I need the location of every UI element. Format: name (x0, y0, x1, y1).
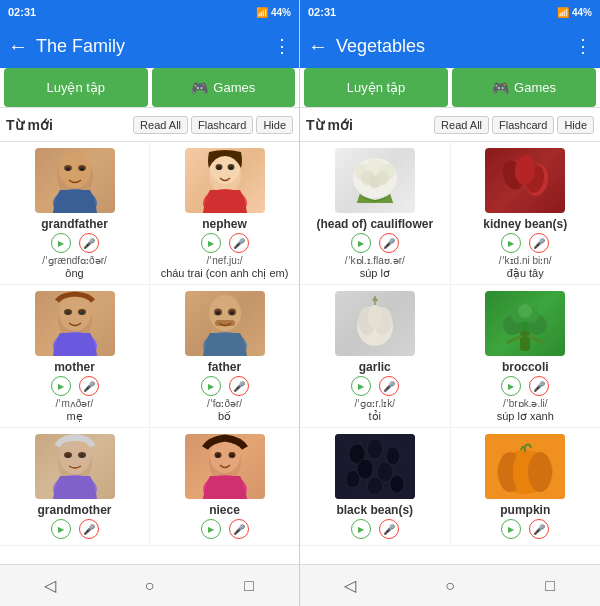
right-page-title: Vegetables (336, 36, 574, 57)
left-mother-mic[interactable]: 🎤 (79, 376, 99, 396)
left-luyen-tap-tab[interactable]: Luyện tập (4, 68, 148, 107)
left-grandmother-controls: ▶ 🎤 (51, 519, 99, 539)
right-hide-button[interactable]: Hide (557, 116, 594, 134)
right-back-nav-button[interactable]: ◁ (332, 573, 368, 599)
right-garlic-play[interactable]: ▶ (351, 376, 371, 396)
right-black-bean-controls: ▶ 🎤 (351, 519, 399, 539)
left-nephew-play[interactable]: ▶ (201, 233, 221, 253)
right-vocab-row-2: garlic ▶ 🎤 /ˈɡɑːr.lɪk/ tỏi (300, 285, 600, 428)
left-niece-play[interactable]: ▶ (201, 519, 221, 539)
left-mother-word: mother (54, 360, 95, 374)
left-tu-moi-bar: Từ mới Read All Flashcard Hide (0, 108, 299, 142)
left-app-bar: ← The Family ⋮ (0, 24, 299, 68)
left-niece-mic[interactable]: 🎤 (229, 519, 249, 539)
left-vocab-nephew: nephew ▶ 🎤 /ˈnef.juː/ cháu trai (con anh… (150, 142, 299, 285)
left-games-tab[interactable]: 🎮 Games (152, 68, 296, 107)
svg-point-33 (66, 454, 70, 458)
svg-rect-27 (215, 320, 235, 326)
right-garlic-img (335, 291, 415, 356)
right-cauliflower-phonetic: /ˈkɒl.ɪ.flaʊ.ər/ (345, 255, 405, 266)
left-father-mic[interactable]: 🎤 (229, 376, 249, 396)
left-mother-phonetic: /ˈmʌðər/ (56, 398, 94, 409)
right-kidney-bean-img (485, 148, 565, 213)
right-back-button[interactable]: ← (308, 35, 328, 58)
left-vocab-row-2: mother ▶ 🎤 /ˈmʌðər/ mẹ (0, 285, 299, 428)
left-hide-button[interactable]: Hide (256, 116, 293, 134)
left-bottom-nav: ◁ ○ □ (0, 564, 299, 606)
right-pumpkin-mic[interactable]: 🎤 (529, 519, 549, 539)
left-grandfather-word: grandfather (41, 217, 108, 231)
svg-point-4 (66, 167, 70, 171)
left-home-nav-button[interactable]: ○ (131, 573, 167, 599)
right-menu-button[interactable]: ⋮ (574, 35, 592, 57)
left-back-button[interactable]: ← (8, 35, 28, 58)
right-broccoli-mic[interactable]: 🎤 (529, 376, 549, 396)
svg-point-19 (80, 311, 84, 315)
left-status-icons: 📶 44% (256, 7, 291, 18)
right-black-bean-word: black bean(s) (336, 503, 413, 517)
svg-point-72 (346, 470, 360, 488)
svg-point-34 (80, 454, 84, 458)
right-bottom-nav: ◁ ○ □ (300, 564, 600, 606)
right-cauliflower-word: (head of) cauliflower (316, 217, 433, 231)
right-black-bean-play[interactable]: ▶ (351, 519, 371, 539)
right-status-time: 02:31 (308, 6, 336, 18)
right-tu-moi-bar: Từ mới Read All Flashcard Hide (300, 108, 600, 142)
right-games-tab[interactable]: 🎮 Games (452, 68, 596, 107)
left-mother-translation: mẹ (66, 410, 82, 423)
left-vocab-grandmother: grandmother ▶ 🎤 (0, 428, 150, 546)
right-tab-bar: Luyện tập 🎮 Games (300, 68, 600, 108)
right-vocab-row-1: (head of) cauliflower ▶ 🎤 /ˈkɒl.ɪ.flaʊ.ə… (300, 142, 600, 285)
right-kidney-bean-mic[interactable]: 🎤 (529, 233, 549, 253)
right-cauliflower-mic[interactable]: 🎤 (379, 233, 399, 253)
svg-point-18 (66, 311, 70, 315)
left-nephew-mic[interactable]: 🎤 (229, 233, 249, 253)
right-black-bean-mic[interactable]: 🎤 (379, 519, 399, 539)
left-battery-text: 44% (271, 7, 291, 18)
left-grandfather-translation: ông (65, 267, 83, 279)
right-app-bar: ← Vegetables ⋮ (300, 24, 600, 68)
left-recents-nav-button[interactable]: □ (231, 573, 267, 599)
left-read-all-button[interactable]: Read All (133, 116, 188, 134)
right-recents-nav-button[interactable]: □ (532, 573, 568, 599)
left-flashcard-button[interactable]: Flashcard (191, 116, 253, 134)
left-father-word: father (208, 360, 241, 374)
left-father-translation: bố (218, 410, 231, 423)
right-read-all-button[interactable]: Read All (434, 116, 489, 134)
left-back-nav-button[interactable]: ◁ (32, 573, 68, 599)
left-page-title: The Family (36, 36, 273, 57)
right-pumpkin-word: pumpkin (500, 503, 550, 517)
left-niece-img (185, 434, 265, 499)
left-nephew-translation: cháu trai (con anh chị em) (161, 267, 289, 280)
left-tab-bar: Luyện tập 🎮 Games (0, 68, 299, 108)
right-broccoli-play[interactable]: ▶ (501, 376, 521, 396)
right-kidney-bean-play[interactable]: ▶ (501, 233, 521, 253)
svg-point-65 (518, 304, 532, 318)
svg-point-25 (216, 311, 220, 315)
right-pumpkin-controls: ▶ 🎤 (501, 519, 549, 539)
right-kidney-bean-translation: đậu tây (507, 267, 544, 280)
right-flashcard-button[interactable]: Flashcard (492, 116, 554, 134)
left-father-play[interactable]: ▶ (201, 376, 221, 396)
svg-point-41 (230, 454, 234, 458)
right-black-bean-img (335, 434, 415, 499)
left-nephew-img (185, 148, 265, 213)
left-vocab-grid: grandfather ▶ 🎤 /ˈɡrændfɑːðər/ ông (0, 142, 299, 564)
right-home-nav-button[interactable]: ○ (432, 573, 468, 599)
right-luyen-tap-tab[interactable]: Luyện tập (304, 68, 448, 107)
right-kidney-bean-phonetic: /ˈkɪd.ni biːn/ (499, 255, 552, 266)
right-broccoli-img (485, 291, 565, 356)
right-garlic-mic[interactable]: 🎤 (379, 376, 399, 396)
left-father-img (185, 291, 265, 356)
left-grandmother-play[interactable]: ▶ (51, 519, 71, 539)
left-mother-play[interactable]: ▶ (51, 376, 71, 396)
left-menu-button[interactable]: ⋮ (273, 35, 291, 57)
right-cauliflower-play[interactable]: ▶ (351, 233, 371, 253)
right-pumpkin-play[interactable]: ▶ (501, 519, 521, 539)
right-vocab-grid: (head of) cauliflower ▶ 🎤 /ˈkɒl.ɪ.flaʊ.ə… (300, 142, 600, 564)
left-grandmother-mic[interactable]: 🎤 (79, 519, 99, 539)
left-tu-moi-label: Từ mới (6, 117, 130, 133)
left-grandfather-mic[interactable]: 🎤 (79, 233, 99, 253)
left-grandfather-play[interactable]: ▶ (51, 233, 71, 253)
left-nephew-controls: ▶ 🎤 (201, 233, 249, 253)
